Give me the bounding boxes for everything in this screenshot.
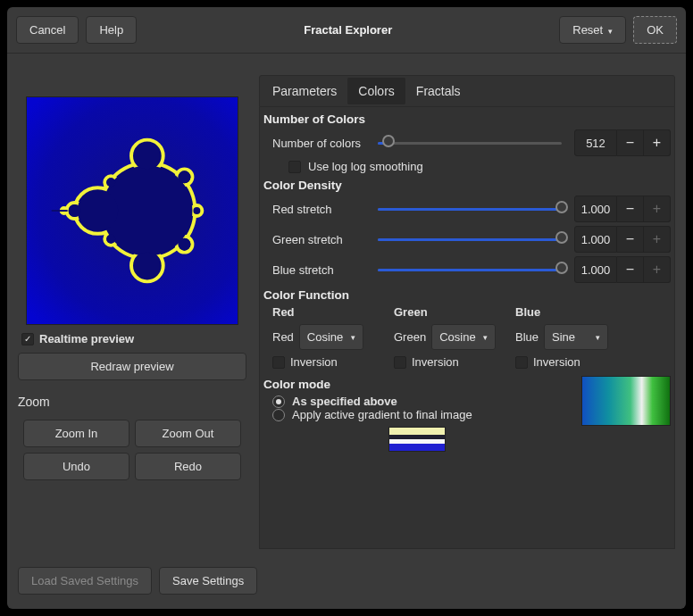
- red-stretch-input[interactable]: [574, 196, 617, 222]
- green-stretch-label: Green stretch: [272, 233, 371, 246]
- load-saved-settings-button[interactable]: Load Saved Settings: [18, 567, 152, 595]
- chevron-down-icon: ▾: [596, 333, 600, 342]
- color-mode-label: Color mode: [263, 378, 571, 391]
- chevron-down-icon: ▾: [483, 333, 488, 342]
- left-panel: Realtime preview Redraw preview Zoom Zoo…: [18, 75, 246, 549]
- green-stretch-plus[interactable]: +: [644, 226, 671, 253]
- svg-point-13: [78, 190, 119, 231]
- blue-stretch-minus[interactable]: −: [617, 256, 644, 283]
- num-colors-slider[interactable]: [378, 134, 562, 152]
- blue-func-select[interactable]: Sine▾: [544, 324, 608, 350]
- colors-panel: Number of Colors Number of colors − +: [259, 107, 675, 549]
- number-of-colors-label: Number of Colors: [263, 112, 671, 126]
- red-stretch-slider[interactable]: [378, 200, 562, 218]
- blue-func-label: Blue: [515, 330, 539, 344]
- svg-point-16: [134, 253, 161, 279]
- red-func-select[interactable]: Cosine▾: [299, 324, 363, 350]
- red-stretch-label: Red stretch: [272, 203, 371, 216]
- blue-stretch-plus[interactable]: +: [644, 256, 671, 283]
- save-settings-button[interactable]: Save Settings: [159, 567, 257, 595]
- color-density-label: Color Density: [263, 179, 671, 192]
- num-colors-plus[interactable]: +: [644, 129, 671, 156]
- chevron-down-icon: ▾: [351, 333, 355, 342]
- color-gradient-preview: [581, 376, 671, 426]
- mode-gradient-label: Apply active gradient to final image: [292, 408, 472, 421]
- mode-as-specified-label: As specified above: [292, 395, 397, 408]
- red-stretch-minus[interactable]: −: [617, 196, 644, 222]
- mode-as-specified-radio[interactable]: [272, 395, 285, 408]
- mode-gradient-radio[interactable]: [272, 409, 285, 421]
- redo-button[interactable]: Redo: [135, 453, 241, 480]
- zoom-label: Zoom: [18, 395, 246, 409]
- red-stretch-plus[interactable]: +: [644, 196, 671, 222]
- svg-point-14: [69, 204, 81, 217]
- green-func-label: Green: [394, 330, 426, 344]
- active-gradient-preview[interactable]: [388, 427, 446, 452]
- tabs: Parameters Colors Fractals: [259, 75, 675, 107]
- num-colors-field-label: Number of colors: [272, 137, 371, 150]
- cancel-button[interactable]: Cancel: [16, 16, 79, 44]
- green-inversion-label: Inversion: [412, 355, 459, 369]
- chevron-down-icon: ▾: [608, 27, 613, 36]
- tab-colors[interactable]: Colors: [347, 78, 405, 104]
- redraw-preview-button[interactable]: Redraw preview: [18, 353, 246, 380]
- blue-head: Blue: [515, 305, 631, 319]
- svg-point-15: [134, 143, 161, 170]
- zoom-out-button[interactable]: Zoom Out: [135, 420, 241, 447]
- reset-button[interactable]: Reset▾: [559, 16, 626, 44]
- green-inversion-checkbox[interactable]: [394, 356, 406, 369]
- tab-parameters[interactable]: Parameters: [262, 78, 347, 104]
- green-head: Green: [394, 305, 510, 319]
- footer: Load Saved Settings Save Settings: [7, 558, 686, 609]
- help-button[interactable]: Help: [86, 16, 137, 44]
- loglog-checkbox[interactable]: [288, 161, 301, 173]
- svg-point-20: [106, 235, 115, 244]
- svg-point-19: [106, 178, 115, 187]
- dialog-title: Fractal Explorer: [304, 23, 392, 37]
- red-func-label: Red: [272, 330, 294, 344]
- loglog-label: Use log log smoothing: [308, 160, 423, 173]
- blue-inversion-label: Inversion: [533, 355, 580, 369]
- green-stretch-slider[interactable]: [378, 230, 562, 248]
- red-inversion-checkbox[interactable]: [272, 356, 285, 369]
- realtime-preview-checkbox[interactable]: [21, 333, 34, 345]
- green-stretch-minus[interactable]: −: [617, 226, 644, 253]
- red-inversion-label: Inversion: [290, 355, 338, 369]
- blue-stretch-label: Blue stretch: [272, 263, 371, 277]
- realtime-preview-label: Realtime preview: [39, 332, 134, 345]
- color-function-label: Color Function: [263, 288, 671, 302]
- svg-point-11: [191, 205, 202, 216]
- dialog-window: Cancel Help Fractal Explorer Reset▾ OK: [7, 7, 686, 609]
- blue-inversion-checkbox[interactable]: [515, 356, 528, 369]
- ok-button[interactable]: OK: [633, 16, 677, 44]
- undo-button[interactable]: Undo: [23, 453, 129, 480]
- red-head: Red: [272, 305, 388, 319]
- fractal-preview: [26, 96, 238, 325]
- blue-stretch-input[interactable]: [574, 256, 617, 283]
- svg-point-17: [179, 171, 191, 183]
- green-func-select[interactable]: Cosine▾: [431, 324, 496, 350]
- zoom-in-button[interactable]: Zoom In: [23, 420, 129, 447]
- right-panel: Parameters Colors Fractals Number of Col…: [259, 75, 675, 549]
- num-colors-input[interactable]: [574, 129, 617, 156]
- green-stretch-input[interactable]: [574, 226, 617, 253]
- titlebar: Cancel Help Fractal Explorer Reset▾ OK: [7, 7, 686, 54]
- blue-stretch-slider[interactable]: [378, 261, 562, 279]
- num-colors-minus[interactable]: −: [617, 129, 644, 156]
- svg-point-18: [179, 238, 191, 251]
- tab-fractals[interactable]: Fractals: [405, 78, 472, 104]
